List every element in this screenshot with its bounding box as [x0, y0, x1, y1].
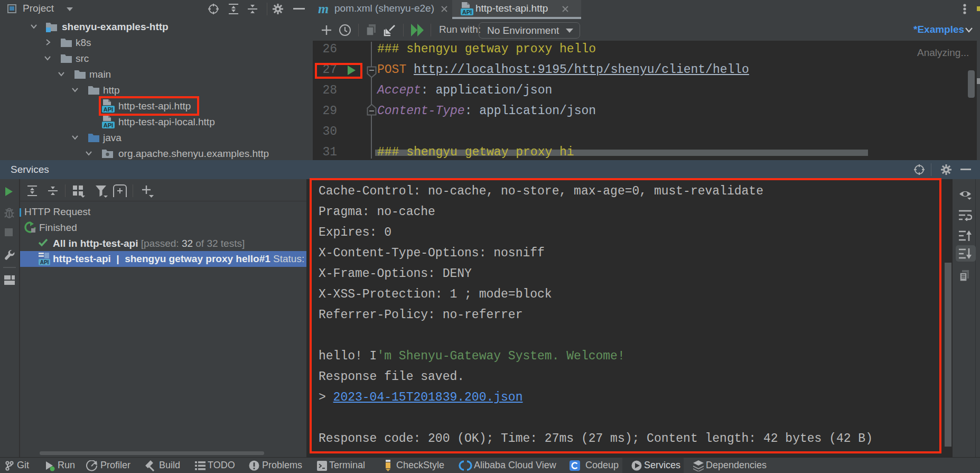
svg-text:API: API: [462, 9, 472, 15]
svg-text:m: m: [318, 2, 329, 16]
svg-text:API: API: [40, 259, 49, 265]
svg-text:API: API: [104, 122, 113, 128]
